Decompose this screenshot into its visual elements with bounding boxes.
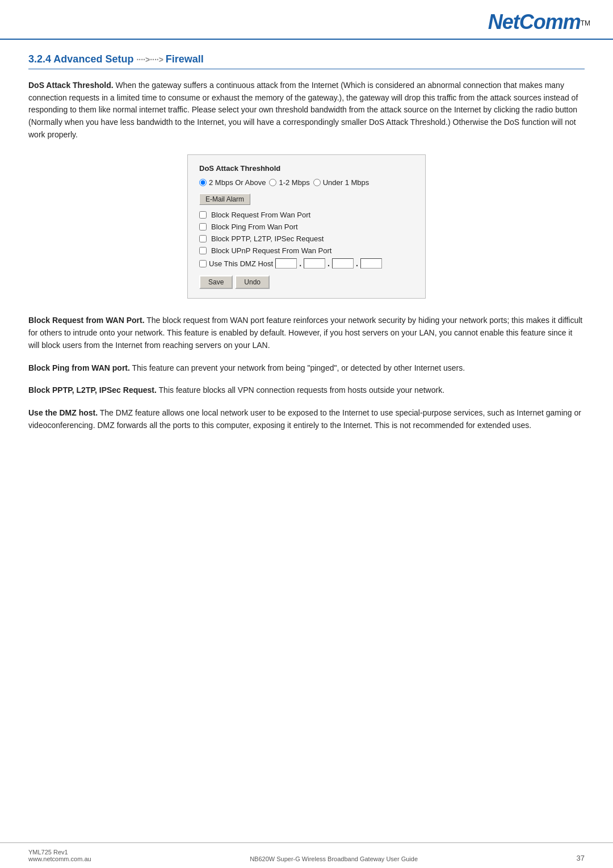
desc-block-request: Block Request from WAN Port. The block r… — [28, 315, 585, 351]
checkbox-block-request-input[interactable] — [199, 211, 207, 219]
radio-2mbps-text: 2 Mbps Or Above — [209, 178, 266, 187]
desc-block-pptp-body: This feature blocks all VPN connection r… — [159, 385, 444, 395]
intro-paragraph: DoS Attack Threshold. When the gateway s… — [28, 79, 585, 141]
dmz-field-1[interactable] — [275, 258, 297, 269]
dot-sep-2: . — [328, 259, 330, 268]
dos-term: DoS Attack Threshold. — [28, 81, 114, 90]
checkbox-block-ping-label: Block Ping From Wan Port — [211, 223, 298, 231]
section-number: 3.2.4 Advanced Setup — [28, 53, 133, 65]
undo-button[interactable]: Undo — [235, 275, 270, 289]
checkbox-block-pptp: Block PPTP, L2TP, IPSec Request — [199, 234, 414, 243]
checkbox-block-request: Block Request From Wan Port — [199, 211, 414, 219]
desc-dmz-term: Use the DMZ host. — [28, 408, 98, 417]
section-heading: 3.2.4 Advanced Setup ····>····> Firewall — [28, 53, 585, 69]
logo: NetCommTM — [488, 10, 590, 34]
footer-model: YML725 Rev1 — [28, 849, 91, 856]
button-row: Save Undo — [199, 275, 414, 289]
desc-block-request-term: Block Request from WAN Port. — [28, 316, 145, 325]
radio-row: 2 Mbps Or Above 1-2 Mbps Under 1 Mbps — [199, 178, 414, 187]
desc-block-ping-term: Block Ping from WAN port. — [28, 363, 130, 372]
radio-2mbps[interactable] — [199, 179, 207, 186]
checkbox-block-pptp-input[interactable] — [199, 235, 207, 242]
footer-center: NB620W Super-G Wireless Broadband Gatewa… — [250, 856, 418, 862]
radio-2mbps-label[interactable]: 2 Mbps Or Above — [199, 178, 266, 187]
radio-1to2mbps-text: 1-2 Mbps — [279, 178, 309, 187]
desc-dmz-body: The DMZ feature allows one local network… — [28, 408, 581, 430]
radio-1to2mbps[interactable] — [269, 179, 276, 186]
desc-dmz: Use the DMZ host. The DMZ feature allows… — [28, 407, 585, 431]
logo-tm: TM — [581, 19, 590, 27]
save-button[interactable]: Save — [199, 275, 233, 289]
checkbox-block-request-label: Block Request From Wan Port — [211, 211, 310, 219]
dmz-field-4[interactable] — [360, 258, 382, 269]
arrow-dots: ····>····> — [136, 55, 165, 64]
checkbox-block-ping: Block Ping From Wan Port — [199, 223, 414, 231]
dmz-field-2[interactable] — [304, 258, 325, 269]
footer: YML725 Rev1 www.netcomm.com.au NB620W Su… — [0, 842, 613, 868]
checkbox-dmz-input[interactable] — [199, 260, 207, 267]
ui-panel: DoS Attack Threshhold 2 Mbps Or Above 1-… — [187, 154, 426, 299]
footer-url: www.netcomm.com.au — [28, 856, 91, 862]
radio-under1mbps-label[interactable]: Under 1 Mbps — [313, 178, 370, 187]
dmz-label: Use This DMZ Host — [209, 259, 273, 268]
checkbox-block-pptp-label: Block PPTP, L2TP, IPSec Request — [211, 234, 324, 243]
main-content: 3.2.4 Advanced Setup ····>····> Firewall… — [0, 40, 613, 464]
panel-title: DoS Attack Threshhold — [199, 164, 414, 173]
checkbox-block-upnp-input[interactable] — [199, 247, 207, 254]
footer-left: YML725 Rev1 www.netcomm.com.au — [28, 849, 91, 862]
desc-block-ping: Block Ping from WAN port. This feature c… — [28, 362, 585, 375]
dot-sep-3: . — [356, 259, 358, 268]
email-alarm-button[interactable]: E-Mail Alarm — [199, 194, 250, 205]
checkbox-block-upnp-label: Block UPnP Request From Wan Port — [211, 246, 331, 255]
dmz-row: Use This DMZ Host . . . — [199, 258, 414, 269]
radio-under1mbps-text: Under 1 Mbps — [323, 178, 370, 187]
page-container: NetCommTM 3.2.4 Advanced Setup ····>····… — [0, 0, 613, 868]
logo-text: NetComm — [488, 10, 581, 33]
checkbox-block-upnp: Block UPnP Request From Wan Port — [199, 246, 414, 255]
dot-sep-1: . — [299, 259, 301, 268]
header: NetCommTM — [0, 0, 613, 40]
radio-1to2mbps-label[interactable]: 1-2 Mbps — [269, 178, 309, 187]
desc-block-pptp-term: Block PPTP, L2TP, IPSec Request. — [28, 385, 157, 395]
desc-block-pptp: Block PPTP, L2TP, IPSec Request. This fe… — [28, 384, 585, 397]
footer-page: 37 — [577, 854, 585, 862]
dmz-field-3[interactable] — [332, 258, 354, 269]
section-subheading: Firewall — [166, 53, 204, 65]
checkbox-block-ping-input[interactable] — [199, 223, 207, 230]
radio-under1mbps[interactable] — [313, 179, 321, 186]
desc-block-ping-body: This feature can prevent your network fr… — [132, 363, 465, 372]
